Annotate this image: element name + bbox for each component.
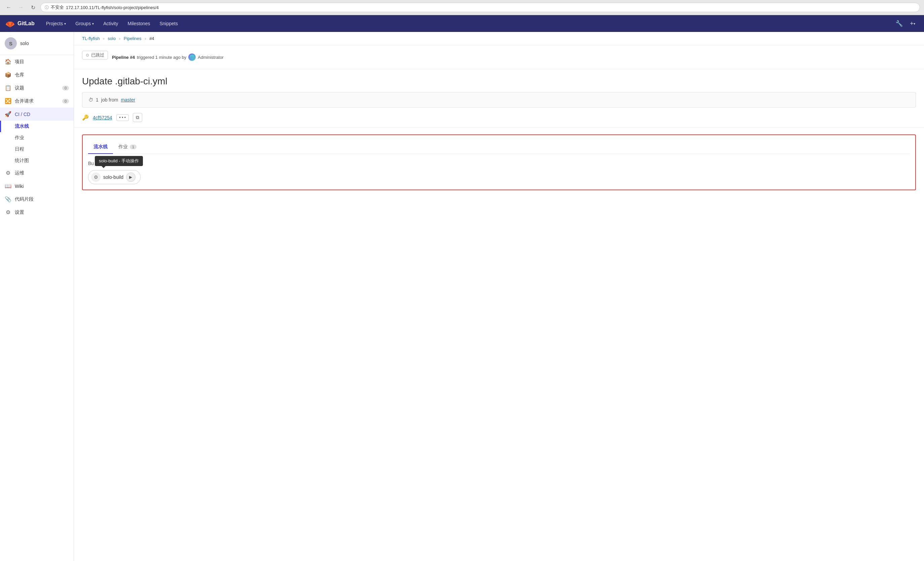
wiki-icon: 📖 — [5, 183, 11, 189]
pipeline-stage-area: Bu solo-build - 手动操作 ⚙ solo-build ▶ — [88, 161, 910, 184]
url-text: 172.17.100.11/TL-flyfish/solo-project/pi… — [66, 5, 159, 10]
address-bar[interactable]: ⓘ 不安全 172.17.100.11/TL-flyfish/solo-proj… — [40, 3, 920, 12]
breadcrumb-tl-flyfish[interactable]: TL-flyfish — [82, 36, 100, 41]
settings-icon: ⚙ — [5, 209, 11, 215]
breadcrumb-solo[interactable]: solo — [108, 36, 116, 41]
tabs-row: 流水线 作业 1 — [88, 141, 910, 154]
pipeline-title: Pipeline #4 — [112, 55, 135, 60]
job-node: ⚙ solo-build ▶ — [88, 170, 141, 184]
copy-button[interactable]: ⧉ — [133, 113, 142, 122]
pipeline-tabs-container: 流水线 作业 1 Bu solo-build - 手动操作 ⚙ — [82, 135, 916, 190]
jobs-count: 1 — [96, 97, 99, 103]
snippets-icon: 📎 — [5, 196, 11, 202]
sidebar-item-repo[interactable]: 📦 仓库 — [0, 68, 74, 81]
plus-icon-btn[interactable]: + ▾ — [906, 18, 919, 30]
sidebar-sub-charts[interactable]: 统计图 — [0, 155, 74, 166]
job-settings-icon: ⚙ — [91, 172, 100, 182]
sidebar-item-settings[interactable]: ⚙ 设置 — [0, 206, 74, 219]
topnav: GitLab Projects ▾ Groups ▾ Activity Mile… — [0, 15, 924, 32]
wrench-icon-btn[interactable]: 🔧 — [893, 18, 905, 30]
jobs-tab-badge: 1 — [130, 145, 136, 149]
merge-icon: 🔀 — [5, 98, 11, 104]
pipeline-trigger-info: Pipeline #4 triggered 1 minute ago by Ad… — [112, 54, 224, 61]
stage-label: Bu — [88, 161, 910, 166]
skip-icon: ⊙ — [86, 53, 89, 57]
ellipsis-button[interactable]: • • • — [116, 114, 129, 121]
ops-icon: ⚙ — [5, 170, 11, 176]
gitlab-logo[interactable]: GitLab — [5, 19, 34, 28]
groups-dropdown-arrow: ▾ — [92, 22, 94, 25]
pipeline-header: ⊙ 已跳过 Pipeline #4 triggered 1 minute ago… — [74, 45, 924, 69]
topnav-snippets[interactable]: Snippets — [154, 15, 182, 32]
sidebar-sub-schedules[interactable]: 日程 — [0, 144, 74, 155]
job-name: solo-build — [103, 175, 123, 180]
clock-icon: ⏱ — [88, 97, 93, 103]
sidebar-username: solo — [20, 41, 29, 46]
branch-link[interactable]: master — [121, 97, 135, 103]
plus-dropdown-arrow: ▾ — [914, 22, 915, 25]
main-layout: S solo 🏠 项目 📦 仓库 📋 议题 0 🔀 合并请求 0 🚀 CI / … — [0, 32, 924, 561]
breadcrumb-pipelines[interactable]: Pipelines — [124, 36, 141, 41]
reload-button[interactable]: ↻ — [28, 3, 38, 12]
merge-requests-badge: 0 — [62, 99, 69, 103]
svg-point-2 — [193, 57, 194, 57]
svg-point-0 — [188, 54, 196, 61]
topnav-right: 🔧 + ▾ — [893, 18, 919, 30]
sidebar-item-project[interactable]: 🏠 项目 — [0, 55, 74, 68]
security-icon: ⓘ — [45, 5, 49, 10]
sidebar-item-wiki[interactable]: 📖 Wiki — [0, 180, 74, 193]
sidebar-sub-pipeline[interactable]: 流水线 — [0, 121, 74, 132]
sidebar-user-section: S solo — [0, 32, 74, 55]
author-avatar — [188, 54, 196, 61]
avatar: S — [5, 37, 17, 49]
topnav-projects[interactable]: Projects ▾ — [41, 15, 71, 32]
author-name: Administrator — [198, 55, 224, 60]
commit-title: Update .gitlab-ci.yml — [74, 69, 924, 92]
browser-chrome: ← → ↻ ⓘ 不安全 172.17.100.11/TL-flyfish/sol… — [0, 0, 924, 15]
sidebar-sub-jobs[interactable]: 作业 — [0, 132, 74, 144]
commit-hash-link[interactable]: 4cf57254 — [93, 115, 112, 120]
sidebar-item-ops[interactable]: ⚙ 运维 — [0, 166, 74, 180]
repo-icon: 📦 — [5, 72, 11, 78]
home-icon: 🏠 — [5, 58, 11, 65]
forward-button[interactable]: → — [16, 3, 26, 12]
cicd-icon: 🚀 — [5, 111, 11, 117]
tab-jobs[interactable]: 作业 1 — [113, 141, 142, 154]
issues-icon: 📋 — [5, 85, 11, 91]
topnav-milestones[interactable]: Milestones — [123, 15, 155, 32]
topnav-activity[interactable]: Activity — [99, 15, 123, 32]
author-avatar-icon — [188, 54, 196, 61]
pipeline-status-badge: ⊙ 已跳过 — [82, 51, 108, 60]
key-icon: 🔑 — [82, 114, 89, 121]
content-area: TL-flyfish › solo › Pipelines › #4 ⊙ 已跳过… — [74, 32, 924, 561]
status-label: 已跳过 — [91, 52, 104, 58]
gitlab-fox-icon — [5, 19, 15, 28]
breadcrumb: TL-flyfish › solo › Pipelines › #4 — [74, 32, 924, 45]
job-play-button[interactable]: ▶ — [126, 172, 135, 182]
job-tooltip: solo-build - 手动操作 — [95, 156, 143, 166]
back-button[interactable]: ← — [4, 3, 14, 12]
tab-pipeline[interactable]: 流水线 — [88, 141, 113, 154]
trigger-text: triggered 1 minute ago by — [137, 55, 186, 60]
commit-ref-section: 🔑 4cf57254 • • • ⧉ — [74, 108, 924, 128]
sidebar-item-snippets[interactable]: 📎 代码片段 — [0, 193, 74, 206]
sidebar-item-cicd[interactable]: 🚀 CI / CD — [0, 108, 74, 121]
security-label: 不安全 — [51, 4, 64, 10]
issues-badge: 0 — [62, 86, 69, 90]
gitlab-logo-text: GitLab — [18, 21, 34, 27]
breadcrumb-current: #4 — [149, 36, 154, 41]
info-box: ⏱ 1 job from master — [82, 92, 916, 108]
sidebar-item-issues[interactable]: 📋 议题 0 — [0, 81, 74, 94]
sidebar-item-merge-requests[interactable]: 🔀 合并请求 0 — [0, 94, 74, 108]
svg-point-1 — [190, 57, 192, 57]
topnav-groups[interactable]: Groups ▾ — [70, 15, 99, 32]
sidebar: S solo 🏠 项目 📦 仓库 📋 议题 0 🔀 合并请求 0 🚀 CI / … — [0, 32, 74, 561]
projects-dropdown-arrow: ▾ — [64, 22, 66, 25]
